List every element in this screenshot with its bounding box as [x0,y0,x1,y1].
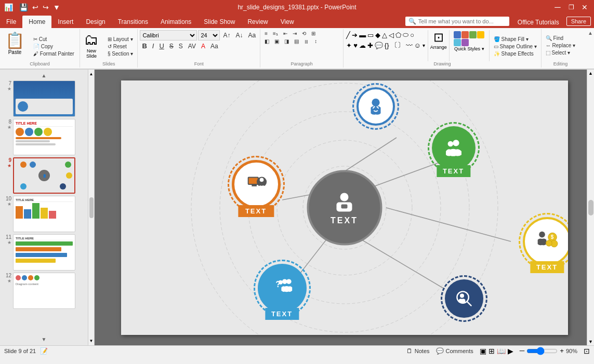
shape-callout[interactable]: 💬 [374,41,384,50]
collapse-ribbon-button[interactable]: ▲ [588,30,593,36]
cut-button[interactable]: ✂ Cut [31,36,76,43]
search-input[interactable] [418,18,501,24]
scroll-down-canvas[interactable]: ▼ [587,338,594,345]
slide-item-7[interactable]: 7 ★ [0,79,88,118]
tab-transitions[interactable]: Transitions [112,16,154,28]
minimize-button[interactable]: ─ [552,2,563,12]
bullets-button[interactable]: ≡ [262,30,270,37]
clear-format-button[interactable]: Aa [246,31,258,39]
scroll-down-button[interactable]: ▼ [0,335,88,343]
shape-effects-button[interactable]: ✨ Shape Effects [492,50,539,57]
save-button[interactable]: 💾 [18,2,29,12]
replace-button[interactable]: ↔ Replace ▾ [544,42,577,49]
font-name-select[interactable]: Calibri [140,30,197,41]
slide-item-8[interactable]: 8 ★ TITLE HERE [0,118,88,156]
shape-brace[interactable]: 〔〕 [390,40,405,50]
copy-button[interactable]: 📄 Copy [31,43,76,50]
zoom-slider[interactable] [526,347,558,355]
shape-heart[interactable]: ♥ [353,41,358,50]
slideshow-button[interactable]: ▶ [508,347,513,355]
font-color-button[interactable]: A [199,42,207,50]
shape-star[interactable]: ✦ [346,41,352,50]
redo-button[interactable]: ↪ [42,2,50,12]
office-tutorials[interactable]: Office Tutorials [513,17,563,28]
shape-circle[interactable]: ○ [410,31,415,39]
find-button[interactable]: 🔍 Find [544,35,577,42]
increase-font-button[interactable]: A↑ [221,31,232,39]
quick-styles-button[interactable]: Quick Styles ▾ [452,30,487,52]
paste-button[interactable]: 📋 Paste [3,30,27,56]
strikethrough-button[interactable]: S [167,42,176,50]
slide-item-10[interactable]: 10 ★ TITLE HERE [0,195,88,233]
align-right-button[interactable]: ◨ [282,38,291,45]
notes-button[interactable]: 🗒 Notes [406,347,430,355]
convert-to-smartart-button[interactable]: ⊞ [309,30,318,37]
shape-pentagon[interactable]: ⬠ [395,31,402,39]
tab-view[interactable]: View [274,16,300,28]
columns-button[interactable]: ⫼ [302,38,311,45]
canvas-scrollbar-v[interactable]: ▲ ▼ [587,70,594,345]
slide-panel-scrollbar[interactable]: ▲ ▼ [88,70,95,345]
reading-view-button[interactable]: 📖 [497,347,506,355]
shape-rounded-rect[interactable]: ▭ [367,31,374,39]
normal-view-button[interactable]: ▣ [480,347,486,355]
shadow-button[interactable]: S [177,42,185,50]
slide-canvas[interactable]: TEXT [121,80,568,335]
tab-home[interactable]: Home [22,16,51,28]
shape-fill-button[interactable]: 🪣 Shape Fill ▾ [492,36,539,43]
slide-panel[interactable]: ▲ 7 ★ 8 ★ TITLE HE [0,70,88,345]
scroll-up-canvas[interactable]: ▲ [587,70,594,77]
slide-item-11[interactable]: 11 ★ TITLE HERE [0,233,88,272]
shape-cloud[interactable]: ☁ [359,41,366,50]
tab-slideshow[interactable]: Slide Show [197,16,241,28]
more-qat-button[interactable]: ▼ [52,2,61,12]
tab-review[interactable]: Review [241,16,274,28]
fit-to-window-button[interactable]: ⊡ [584,347,590,355]
align-left-button[interactable]: ◧ [262,38,271,45]
slide-item-9[interactable]: 9 ★ 👤 [0,156,88,195]
select-button[interactable]: ⬚ Select ▾ [544,49,577,56]
shape-bracket[interactable]: {} [384,41,390,50]
char-spacing-button[interactable]: AV [186,42,198,50]
shape-arrow[interactable]: ➔ [351,31,358,39]
tab-insert[interactable]: Insert [51,16,80,28]
layout-button[interactable]: ⊞ Layout ▾ [105,36,135,43]
shape-diamond[interactable]: ◆ [375,31,381,39]
align-center-button[interactable]: ▣ [272,38,281,45]
underline-button[interactable]: U [157,42,166,50]
text-direction-button[interactable]: ⟲ [300,30,308,37]
shape-oval[interactable]: ⬭ [402,30,409,39]
tab-file[interactable]: File [0,16,22,28]
share-btn[interactable]: Share [566,17,591,26]
restore-button[interactable]: ❐ [566,2,576,12]
tab-design[interactable]: Design [80,16,111,28]
shape-rect[interactable]: ▬ [359,31,366,39]
new-slide-button[interactable]: 🗂 NewSlide [82,30,101,60]
slide-item-12[interactable]: 12 ★ Diagram content [0,272,88,310]
zoom-in-button[interactable]: + [560,347,564,355]
canvas-scrollbar-thumb[interactable] [588,200,593,215]
bold-button[interactable]: B [140,42,149,50]
zoom-out-button[interactable]: ─ [520,347,524,355]
shape-outline-button[interactable]: ▭ Shape Outline ▾ [492,43,539,50]
scroll-up-button[interactable]: ▲ [0,72,88,79]
scrollbar-thumb[interactable] [89,197,94,218]
shape-rtriangle[interactable]: ◁ [388,31,394,39]
font-size-select[interactable]: 24 [198,30,220,41]
shape-cross[interactable]: ✚ [367,41,374,50]
share-button[interactable]: Share [563,15,594,28]
line-spacing-button[interactable]: ↕ [312,38,319,45]
reset-button[interactable]: ↺ Reset [105,43,135,50]
slide-sorter-button[interactable]: ⊞ [489,347,495,355]
numbering-button[interactable]: ≡₁ [271,30,280,37]
shape-wave[interactable]: 〰 [405,41,413,50]
comments-button[interactable]: 💬 Comments [436,347,473,355]
decrease-indent-button[interactable]: ⇤ [281,30,289,37]
arrange-button[interactable]: ⊡ Arrange [430,30,447,50]
shape-smiley[interactable]: ☺ [414,41,421,50]
change-case-button[interactable]: Aa [208,42,220,50]
shape-triangle[interactable]: △ [381,31,388,39]
format-painter-button[interactable]: 🖌 Format Painter [31,50,76,57]
section-button[interactable]: § Section ▾ [105,50,135,57]
decrease-font-button[interactable]: A↓ [233,31,245,39]
